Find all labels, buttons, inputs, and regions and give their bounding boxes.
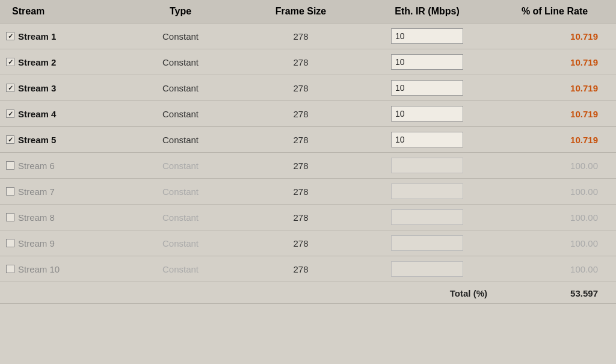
frame-size-cell: 278 [241,205,361,230]
table-header-row: Stream Type Frame Size Eth. IR (Mbps) % … [0,0,616,23]
eth-ir-input[interactable] [391,106,463,122]
stream-type-cell: Constant [120,230,241,256]
stream-checkbox[interactable] [6,187,14,196]
eth-ir-input[interactable] [391,261,463,277]
eth-ir-cell[interactable] [361,23,493,49]
stream-type-cell: Constant [120,256,241,282]
table-row: Stream 1Constant27810.719 [0,23,616,49]
eth-ir-cell[interactable] [361,205,493,230]
frame-size-cell: 278 [241,127,361,153]
main-container: Stream Type Frame Size Eth. IR (Mbps) % … [0,0,616,364]
eth-ir-cell[interactable] [361,153,493,179]
stream-name-cell: Stream 9 [0,230,120,256]
stream-type-cell: Constant [120,205,241,230]
table-row: Stream 6Constant278100.00 [0,153,616,179]
frame-size-cell: 278 [241,256,361,282]
stream-name-label: Stream 3 [18,83,56,93]
stream-name-label: Stream 5 [18,135,56,145]
frame-size-cell: 278 [241,230,361,256]
stream-name-cell: Stream 5 [0,127,120,153]
table-row: Stream 5Constant27810.719 [0,127,616,153]
stream-checkbox[interactable] [6,239,14,247]
frame-size-cell: 278 [241,23,361,49]
stream-checkbox[interactable] [6,213,14,221]
stream-name-cell: Stream 8 [0,205,120,230]
stream-type-cell: Constant [120,179,241,205]
line-rate-cell: 100.00 [493,153,616,179]
table-row: Stream 3Constant27810.719 [0,75,616,101]
stream-name-label: Stream 9 [18,238,55,248]
eth-ir-input[interactable] [391,184,463,199]
eth-ir-input[interactable] [391,235,463,251]
table-row: Stream 7Constant278100.00 [0,179,616,205]
stream-name-label: Stream 10 [18,264,60,274]
stream-checkbox[interactable] [6,84,14,92]
stream-name-cell: Stream 4 [0,101,120,127]
stream-checkbox[interactable] [6,110,14,118]
frame-size-cell: 278 [241,49,361,75]
eth-ir-input[interactable] [391,132,463,147]
stream-name-cell: Stream 2 [0,49,120,75]
eth-ir-cell[interactable] [361,49,493,75]
frame-size-cell: 278 [241,179,361,205]
eth-ir-cell[interactable] [361,230,493,256]
stream-type-cell: Constant [120,23,241,49]
total-row: Total (%)53.597 [0,282,616,304]
stream-checkbox[interactable] [6,135,14,144]
line-rate-cell: 100.00 [493,205,616,230]
table-row: Stream 9Constant278100.00 [0,230,616,256]
frame-size-cell: 278 [241,75,361,101]
eth-ir-input[interactable] [391,80,463,96]
eth-ir-input[interactable] [391,28,463,44]
stream-type-cell: Constant [120,75,241,101]
stream-name-cell: Stream 7 [0,179,120,205]
eth-ir-cell[interactable] [361,127,493,153]
line-rate-cell: 10.719 [493,75,616,101]
header-frame-size: Frame Size [241,0,361,23]
frame-size-cell: 278 [241,153,361,179]
stream-name-label: Stream 7 [18,187,55,197]
streams-table: Stream Type Frame Size Eth. IR (Mbps) % … [0,0,616,304]
eth-ir-input[interactable] [391,209,463,225]
frame-size-cell: 278 [241,101,361,127]
line-rate-cell: 10.719 [493,101,616,127]
header-eth-ir: Eth. IR (Mbps) [361,0,493,23]
stream-name-label: Stream 1 [18,31,56,42]
eth-ir-cell[interactable] [361,256,493,282]
header-line-rate: % of Line Rate [493,0,616,23]
total-value: 53.597 [493,282,616,304]
header-type: Type [120,0,241,23]
eth-ir-cell[interactable] [361,101,493,127]
table-row: Stream 10Constant278100.00 [0,256,616,282]
stream-checkbox[interactable] [6,58,14,66]
line-rate-cell: 100.00 [493,230,616,256]
stream-name-label: Stream 8 [18,212,55,223]
line-rate-cell: 100.00 [493,179,616,205]
total-label: Total (%) [361,282,493,304]
stream-type-cell: Constant [120,49,241,75]
stream-name-label: Stream 2 [18,57,56,67]
line-rate-cell: 10.719 [493,49,616,75]
stream-name-cell: Stream 1 [0,23,120,49]
eth-ir-cell[interactable] [361,75,493,101]
stream-checkbox[interactable] [6,265,14,273]
stream-name-cell: Stream 3 [0,75,120,101]
stream-checkbox[interactable] [6,32,14,40]
stream-checkbox[interactable] [6,161,14,170]
eth-ir-input[interactable] [391,54,463,70]
table-row: Stream 4Constant27810.719 [0,101,616,127]
stream-name-label: Stream 4 [18,109,56,119]
table-row: Stream 8Constant278100.00 [0,205,616,230]
stream-name-cell: Stream 6 [0,153,120,179]
line-rate-cell: 10.719 [493,23,616,49]
line-rate-cell: 10.719 [493,127,616,153]
eth-ir-cell[interactable] [361,179,493,205]
line-rate-cell: 100.00 [493,256,616,282]
table-row: Stream 2Constant27810.719 [0,49,616,75]
eth-ir-input[interactable] [391,158,463,173]
header-stream: Stream [0,0,120,23]
stream-type-cell: Constant [120,101,241,127]
stream-name-cell: Stream 10 [0,256,120,282]
stream-type-cell: Constant [120,127,241,153]
stream-name-label: Stream 6 [18,161,55,171]
